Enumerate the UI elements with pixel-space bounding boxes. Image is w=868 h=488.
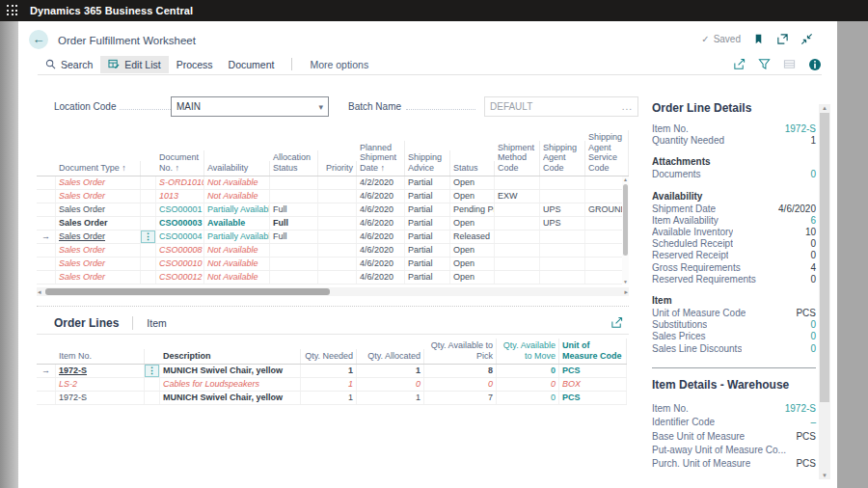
- cell-allocation[interactable]: [270, 176, 318, 189]
- cell-qty_allocated[interactable]: 1: [357, 392, 424, 404]
- cell-advice[interactable]: Partial: [405, 230, 450, 243]
- scroll-right-icon[interactable]: ▸: [624, 287, 628, 296]
- table-row[interactable]: Sales OrderCSO00010Not Available4/6/2020…: [37, 258, 629, 271]
- bookmark-icon[interactable]: [752, 33, 765, 45]
- column-header-qty_allocated[interactable]: Qty. Allocated: [357, 349, 424, 365]
- cell-item_no[interactable]: LS-2: [56, 378, 145, 391]
- cell-availability[interactable]: Not Available: [204, 190, 270, 203]
- cell-doc_type[interactable]: Sales Order: [56, 176, 141, 189]
- panel-scrollbar[interactable]: ▲ ▼: [819, 104, 830, 479]
- cell-description[interactable]: Cables for Loudspeakers: [160, 378, 301, 391]
- cell-advice[interactable]: Partial: [405, 271, 450, 284]
- cell-qty_allocated[interactable]: 1: [357, 365, 424, 377]
- cell-status[interactable]: Open: [450, 258, 495, 270]
- assist-edit-icon[interactable]: ...: [622, 101, 633, 112]
- table-row[interactable]: Sales OrderS-ORD101001Not Available4/2/2…: [37, 176, 629, 190]
- row-menu-icon[interactable]: ⋮: [145, 365, 160, 377]
- cell-doc_type[interactable]: Sales Order: [56, 203, 141, 216]
- cell-allocation[interactable]: Full: [270, 230, 318, 243]
- cell-uom[interactable]: PCS: [559, 392, 627, 404]
- cell-availability[interactable]: Not Available: [204, 244, 270, 257]
- cell-qty_move[interactable]: 0: [497, 378, 559, 391]
- cell-date[interactable]: 4/6/2020: [357, 203, 405, 216]
- cell-description[interactable]: MUNICH Swivel Chair, yellow: [160, 392, 301, 404]
- cell-priority[interactable]: [318, 258, 357, 270]
- cell-status[interactable]: Open: [450, 176, 495, 189]
- cell-date[interactable]: 4/2/2020: [357, 176, 405, 189]
- row-pointer-cell[interactable]: [37, 244, 56, 257]
- cell-qty_move[interactable]: 0: [497, 392, 559, 404]
- cell-doc_no[interactable]: CSO00003: [156, 217, 204, 230]
- details-pane-toggle-icon[interactable]: [808, 58, 822, 71]
- cell-agent[interactable]: [540, 230, 585, 243]
- location-code-select[interactable]: MAIN ▾: [171, 96, 329, 117]
- table-horizontal-scrollbar[interactable]: ◂ ▸: [37, 287, 629, 296]
- table-row[interactable]: Sales Order1013Not Available4/6/2020Part…: [37, 190, 629, 203]
- cell-date[interactable]: 4/6/2020: [357, 271, 405, 284]
- cell-agent[interactable]: [540, 271, 585, 284]
- table-row[interactable]: Sales OrderCSO00008Not Available4/6/2020…: [37, 244, 629, 258]
- cell-method[interactable]: [495, 258, 540, 270]
- more-options-action[interactable]: More options: [302, 56, 376, 73]
- row-pointer-cell[interactable]: [37, 176, 56, 189]
- cell-status[interactable]: Open: [450, 190, 495, 203]
- column-header-agent[interactable]: Shipping Agent Code: [540, 141, 585, 176]
- scroll-down-icon[interactable]: ▼: [622, 279, 629, 285]
- app-launcher-icon[interactable]: [7, 5, 18, 16]
- cell-status[interactable]: Released: [450, 230, 495, 243]
- cell-advice[interactable]: Partial: [405, 176, 450, 189]
- row-pointer-cell[interactable]: [37, 392, 56, 404]
- column-header-method[interactable]: Shipment Method Code: [495, 141, 540, 176]
- column-header-qty_needed[interactable]: Qty. Needed: [301, 349, 357, 365]
- collapse-icon[interactable]: [800, 33, 813, 45]
- row-pointer-cell[interactable]: [37, 190, 56, 203]
- cell-priority[interactable]: [318, 244, 357, 257]
- cell-priority[interactable]: [318, 230, 357, 243]
- cell-date[interactable]: 4/6/2020: [357, 190, 405, 203]
- cell-method[interactable]: EXW: [495, 190, 540, 203]
- column-header-allocation[interactable]: Allocation Status: [270, 150, 318, 176]
- cell-item_no[interactable]: 1972-S: [56, 365, 145, 377]
- table-row[interactable]: Sales OrderCSO00003AvailableFull4/6/2020…: [37, 217, 629, 230]
- row-pointer-cell[interactable]: [37, 217, 56, 230]
- cell-qty_pick[interactable]: 7: [424, 392, 497, 404]
- cell-method[interactable]: [495, 176, 540, 189]
- cell-allocation[interactable]: [270, 244, 318, 257]
- detail-value[interactable]: 0: [810, 169, 816, 180]
- share-icon[interactable]: [733, 58, 746, 70]
- cell-uom[interactable]: PCS: [559, 365, 627, 377]
- cell-doc_type[interactable]: Sales Order: [56, 217, 141, 230]
- vertical-scroll-thumb[interactable]: [623, 184, 628, 256]
- panel-scroll-up-icon[interactable]: ▲: [819, 104, 830, 112]
- cell-doc_type[interactable]: Sales Order: [56, 190, 141, 203]
- cell-priority[interactable]: [318, 176, 357, 189]
- horizontal-scroll-thumb[interactable]: [45, 288, 330, 295]
- detail-value[interactable]: 0: [810, 319, 816, 331]
- column-header-uom[interactable]: Unit of Measure Code: [559, 339, 627, 364]
- cell-allocation[interactable]: [270, 258, 318, 270]
- detail-value[interactable]: 6: [810, 215, 816, 227]
- row-menu-icon[interactable]: [141, 244, 156, 257]
- cell-agent[interactable]: [540, 190, 585, 203]
- cell-status[interactable]: Open: [450, 217, 495, 230]
- column-header-service[interactable]: Shipping Agent Service Code: [585, 130, 629, 176]
- cell-agent[interactable]: [540, 244, 585, 257]
- cell-date[interactable]: 4/6/2020: [357, 244, 405, 257]
- row-menu-icon[interactable]: [141, 217, 156, 230]
- cell-qty_pick[interactable]: 8: [424, 365, 497, 377]
- row-pointer-cell[interactable]: →: [37, 365, 56, 377]
- process-action[interactable]: Process: [169, 56, 221, 73]
- cell-doc_type[interactable]: Sales Order: [56, 258, 141, 270]
- cell-qty_pick[interactable]: 0: [424, 378, 497, 391]
- detail-value[interactable]: 0: [810, 343, 816, 355]
- column-header-qty_move[interactable]: Qty. Available to Move: [497, 339, 559, 364]
- column-header-doc_no[interactable]: Document No. ↑: [156, 150, 204, 176]
- filter-icon[interactable]: [758, 58, 771, 70]
- cell-method[interactable]: [495, 203, 540, 216]
- cell-status[interactable]: Open: [450, 271, 495, 284]
- row-menu-icon[interactable]: [141, 190, 156, 203]
- table-row[interactable]: →1972-S⋮MUNICH Swivel Chair, yellow1180P…: [37, 365, 627, 378]
- cell-doc_no[interactable]: CSO00001: [156, 203, 204, 216]
- cell-qty_needed[interactable]: 1: [301, 378, 357, 391]
- open-in-new-window-icon[interactable]: [776, 33, 789, 45]
